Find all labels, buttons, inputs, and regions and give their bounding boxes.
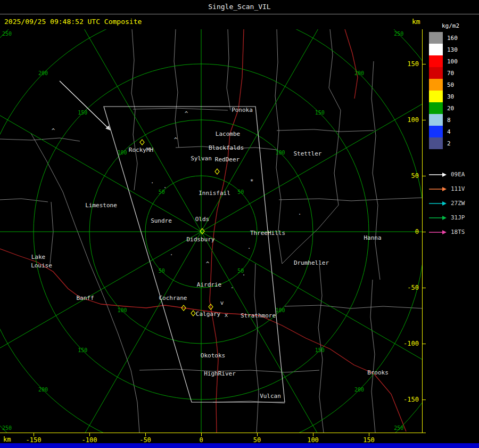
right-axis-label: 50: [411, 172, 419, 180]
range-label: 250: [2, 425, 12, 431]
track-arrow-icon: [428, 215, 448, 221]
city-label: Limestone: [85, 202, 117, 209]
map-symbol: ^: [185, 110, 188, 117]
right-axis-label: -50: [407, 284, 419, 291]
window-title: Single_Scan_VIL: [0, 0, 479, 14]
highway-line: [345, 29, 358, 99]
map-symbol: ^: [174, 136, 178, 143]
city-label: Blackfalds: [209, 144, 244, 151]
colorbar-swatch: [429, 55, 443, 67]
range-label: 200: [38, 387, 48, 393]
county-boundary-line: [0, 199, 48, 202]
colorbar-swatch: [429, 44, 443, 55]
radar-app-window: 5050505010010010010015015015015020020020…: [0, 0, 479, 448]
county-boundary-line: [275, 29, 282, 264]
colorbar-value: 20: [447, 105, 454, 112]
bottom-axis-label: -100: [82, 436, 97, 444]
map-symbol: ·: [170, 251, 174, 258]
map-symbol: ^: [206, 260, 210, 267]
city-label: Olds: [195, 216, 210, 223]
city-label: Cochrane: [159, 295, 187, 302]
county-boundary-line: [50, 202, 53, 264]
map-symbol: *: [250, 178, 254, 185]
city-label: Innisfail: [199, 190, 230, 197]
azimuth-line: [52, 232, 201, 448]
city-label: Drumheller: [294, 259, 329, 266]
right-axis-unit: km: [412, 18, 420, 26]
site-marker: [140, 140, 144, 145]
colorbar-swatch: [429, 79, 443, 91]
city-label: Vulcan: [260, 393, 281, 400]
azimuth-line: [0, 83, 201, 232]
colorbar-swatch: [429, 32, 443, 44]
city-label: Banff: [76, 295, 94, 302]
map-symbol: ·: [163, 184, 167, 191]
track-arrow-icon: [428, 229, 448, 235]
colorbar-swatch: [429, 126, 443, 137]
city-label: RedDeer: [215, 156, 240, 163]
county-boundary-line: [131, 29, 137, 190]
city-label: Okotoks: [201, 352, 225, 359]
county-boundary-line: [370, 280, 375, 433]
right-axis-label: 100: [407, 116, 419, 124]
county-boundary-line: [277, 129, 374, 132]
city-labels: PonokaLacombeBlackfaldsSylvanRedDeerStet…: [31, 107, 389, 400]
azimuth-line: [201, 0, 350, 232]
range-label: 150: [315, 347, 325, 353]
colorbar-value: 30: [447, 93, 454, 100]
city-label: HighRiver: [204, 370, 236, 377]
colorbar-value: 8: [447, 117, 451, 124]
map-symbol: ·: [247, 245, 251, 252]
range-label: 250: [394, 425, 403, 431]
city-label: Hanna: [364, 234, 381, 241]
colorbar-row: 70: [429, 67, 458, 79]
colorbar-value: 160: [447, 35, 458, 42]
range-label: 150: [78, 347, 87, 353]
colorbar-swatch: [429, 137, 443, 149]
city-label: Sundre: [151, 217, 172, 224]
map-symbol: ·: [230, 284, 234, 291]
county-boundary-line: [285, 305, 423, 308]
city-label: Louise: [31, 262, 52, 269]
track-row: 27ZW: [428, 196, 465, 210]
colorbar-row: 100: [429, 55, 458, 67]
colorbar-row: 8: [429, 114, 458, 126]
track-id: 09EA: [451, 171, 465, 178]
colorbar-swatch: [429, 67, 443, 79]
colorbar: 16013010070503020842: [429, 32, 458, 149]
bottom-axis-label: 0: [199, 436, 203, 444]
range-label: 200: [38, 70, 48, 76]
range-label: 100: [275, 307, 285, 313]
azimuth-line: [201, 83, 459, 232]
city-label: Lacombe: [216, 131, 240, 137]
right-axis-label: 0: [415, 228, 419, 235]
range-label: 200: [354, 387, 364, 393]
colorbar-swatch: [429, 114, 443, 126]
track-arrow-09EA: [60, 81, 110, 130]
bottom-axis-label: 50: [253, 436, 261, 444]
range-label: 250: [2, 31, 12, 37]
map-symbol: ·: [298, 211, 302, 218]
county-boundary-line: [279, 198, 423, 201]
range-label: 100: [275, 150, 285, 156]
range-label: 50: [237, 189, 244, 195]
colorbar-row: 4: [429, 126, 458, 137]
city-label: Stettler: [294, 150, 322, 157]
right-axis-label: 150: [407, 60, 419, 68]
track-arrow-icon: [428, 200, 448, 207]
bottom-axis-unit: km: [3, 436, 11, 443]
colorbar-row: 160: [429, 32, 458, 44]
map-symbol: ^: [52, 127, 55, 134]
site-marker: [215, 169, 219, 174]
colorbar-swatch: [429, 91, 443, 102]
city-label: Brooks: [367, 369, 389, 376]
bottom-axis-label: 100: [307, 436, 319, 444]
city-label: Sylvan: [191, 155, 212, 162]
colorbar-unit: kg/m2: [442, 22, 459, 29]
map-symbol: ·: [151, 180, 154, 186]
city-label: ThreeHills: [250, 230, 285, 237]
track-id: 111V: [451, 185, 465, 192]
colorbar-value: 70: [447, 70, 454, 77]
city-label: Didsbury: [187, 236, 215, 243]
county-boundary-line: [371, 61, 380, 280]
